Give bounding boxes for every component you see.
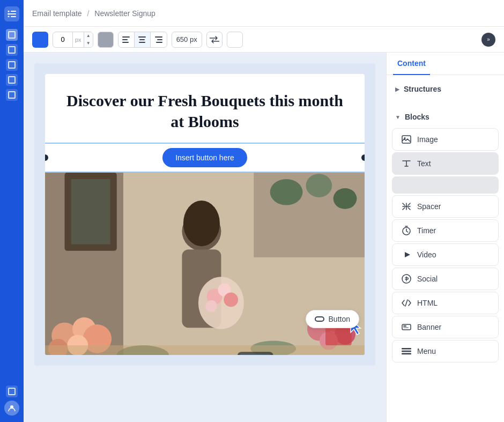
menu-icon [401, 346, 412, 357]
svg-rect-7 [122, 36, 130, 38]
block-item-video[interactable]: Video [392, 243, 499, 266]
block-video-label: Video [417, 250, 436, 259]
svg-rect-0 [11, 11, 16, 12]
svg-rect-11 [139, 39, 145, 40]
email-text-section: Discover our Fresh Bouquets this month a… [45, 74, 365, 143]
svg-rect-48 [239, 354, 271, 355]
align-center-button[interactable] [135, 32, 151, 47]
block-html-label: HTML [417, 299, 438, 307]
svg-rect-9 [122, 42, 129, 43]
block-banner-label: Banner [417, 323, 441, 331]
svg-rect-44 [45, 345, 365, 355]
block-item-timer[interactable]: Timer [392, 219, 499, 242]
structures-label: Structures [404, 85, 441, 93]
canvas-area: Discover our Fresh Bouquets this month a… [24, 53, 386, 422]
svg-point-31 [224, 293, 238, 307]
sidebar-item-4[interactable] [6, 74, 18, 86]
svg-rect-12 [139, 42, 145, 43]
block-item-social[interactable]: Social [392, 268, 499, 290]
px-input[interactable] [53, 35, 72, 43]
html-icon [401, 298, 412, 308]
blocks-chevron: ▼ [395, 114, 401, 120]
structures-section: ▶ Structures [387, 75, 504, 103]
svg-rect-20 [71, 179, 110, 245]
structures-header[interactable]: ▶ Structures [387, 79, 504, 99]
breadcrumb-secondary: Newsletter Signup [94, 9, 155, 18]
toolbar: px ▲ ▼ [24, 27, 504, 53]
svg-rect-10 [138, 36, 146, 38]
panel-tabs: Content [387, 53, 504, 75]
color-picker-button[interactable] [98, 32, 114, 48]
px-label: px [72, 32, 84, 47]
drag-placeholder [392, 176, 499, 194]
block-item-html[interactable]: HTML [392, 292, 499, 314]
timer-icon [401, 225, 412, 236]
email-block: Discover our Fresh Bouquets this month a… [45, 74, 365, 355]
block-social-label: Social [417, 275, 438, 283]
block-timer-label: Timer [417, 226, 436, 235]
block-item-banner[interactable]: Banner [392, 316, 499, 338]
drag-handle-left[interactable] [45, 154, 48, 161]
sidebar-item-2[interactable] [6, 44, 18, 56]
video-icon [401, 249, 412, 260]
tab-content[interactable]: Content [393, 53, 430, 75]
drag-handle-right[interactable] [361, 154, 365, 161]
spacer-icon [401, 201, 412, 212]
block-item-text[interactable]: Text [392, 152, 499, 175]
block-item-image[interactable]: Image [392, 128, 499, 151]
content-row: Discover our Fresh Bouquets this month a… [24, 53, 504, 422]
px-arrow-up[interactable]: ▲ [84, 32, 93, 40]
svg-rect-57 [402, 351, 411, 352]
swap-button[interactable] [206, 32, 223, 48]
button-tooltip-icon [315, 316, 324, 322]
insert-button[interactable]: Insert button here [162, 148, 247, 167]
svg-rect-13 [155, 36, 162, 38]
svg-rect-14 [157, 39, 162, 40]
sidebar-item-5[interactable] [6, 89, 18, 101]
breadcrumb-separator: / [87, 9, 89, 18]
px-arrow-down[interactable]: ▼ [84, 40, 93, 47]
svg-rect-55 [403, 327, 409, 328]
right-panel: Content ▶ Structures ▼ Blocks [386, 53, 504, 422]
sidebar-item-3[interactable] [6, 59, 18, 71]
structures-chevron: ▶ [395, 86, 399, 92]
email-canvas: Discover our Fresh Bouquets this month a… [34, 63, 375, 366]
svg-point-32 [205, 300, 217, 312]
svg-point-3 [8, 11, 10, 12]
px-arrows: ▲ ▼ [84, 32, 93, 47]
align-group [118, 32, 167, 48]
blocks-header[interactable]: ▼ Blocks [387, 107, 504, 127]
left-sidebar [0, 0, 24, 422]
top-bar: Email template / Newsletter Signup [24, 0, 504, 27]
svg-rect-58 [402, 353, 411, 355]
email-image: Button [45, 173, 365, 355]
svg-point-24 [333, 188, 357, 209]
main-area: Email template / Newsletter Signup px ▲ … [24, 0, 504, 422]
breadcrumb: Email template / Newsletter Signup [32, 9, 155, 18]
expand-button[interactable]: » [481, 33, 495, 47]
text-icon [401, 158, 412, 169]
svg-rect-56 [402, 348, 411, 350]
svg-point-5 [8, 16, 10, 18]
width-input[interactable]: 650 px [172, 32, 202, 48]
block-item-menu[interactable]: Menu [392, 340, 499, 362]
social-icon [401, 273, 412, 284]
sidebar-item-1[interactable] [6, 29, 18, 41]
block-spacer-label: Spacer [417, 202, 441, 211]
button-row: Insert button here [45, 143, 365, 173]
sidebar-item-bottom[interactable] [6, 386, 18, 397]
user-avatar[interactable] [4, 401, 19, 416]
align-left-button[interactable] [118, 32, 135, 47]
button-tooltip: Button [306, 310, 359, 328]
button-tooltip-label: Button [329, 315, 350, 323]
block-menu-label: Menu [417, 347, 436, 356]
svg-rect-2 [11, 16, 16, 17]
block-item-spacer[interactable]: Spacer [392, 195, 499, 218]
svg-rect-54 [403, 325, 406, 327]
banner-icon [401, 322, 412, 332]
extra-button[interactable] [227, 32, 243, 48]
sidebar-collapse-button[interactable] [4, 6, 19, 21]
svg-point-4 [8, 13, 10, 15]
align-right-button[interactable] [151, 32, 167, 47]
color-button[interactable] [32, 32, 48, 48]
